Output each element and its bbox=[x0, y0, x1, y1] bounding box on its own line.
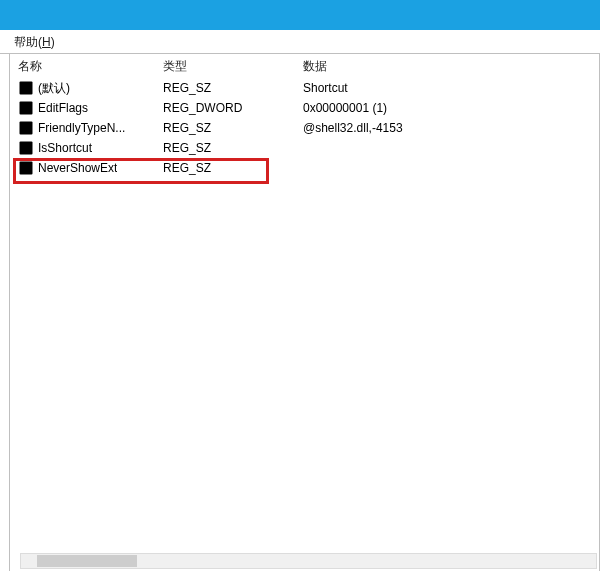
column-headers: 名称 类型 数据 bbox=[10, 54, 599, 78]
scrollbar-thumb[interactable] bbox=[37, 555, 137, 567]
value-name: FriendlyTypeN... bbox=[38, 121, 125, 135]
menu-help-label-pre: 帮助( bbox=[14, 35, 42, 49]
reg-string-icon bbox=[18, 140, 34, 156]
values-pane: 名称 类型 数据 (默认)REG_SZShortcutEditFlagsREG_… bbox=[10, 54, 600, 571]
window-titlebar bbox=[0, 0, 600, 30]
value-type: REG_SZ bbox=[163, 161, 303, 175]
value-row[interactable]: EditFlagsREG_DWORD0x00000001 (1) bbox=[18, 98, 599, 118]
tree-pane[interactable] bbox=[0, 54, 10, 571]
menubar: 帮助(H) bbox=[0, 30, 600, 54]
value-name: (默认) bbox=[38, 80, 70, 97]
value-name: IsShortcut bbox=[38, 141, 92, 155]
reg-binary-icon bbox=[18, 100, 34, 116]
value-data: 0x00000001 (1) bbox=[303, 101, 599, 115]
value-name: NeverShowExt bbox=[38, 161, 117, 175]
value-type: REG_DWORD bbox=[163, 101, 303, 115]
reg-string-icon bbox=[18, 120, 34, 136]
value-row[interactable]: NeverShowExtREG_SZ bbox=[18, 158, 599, 178]
menu-help-label-post: ) bbox=[51, 35, 55, 49]
column-header-name[interactable]: 名称 bbox=[18, 58, 163, 75]
values-list: (默认)REG_SZShortcutEditFlagsREG_DWORD0x00… bbox=[10, 78, 599, 178]
value-type: REG_SZ bbox=[163, 81, 303, 95]
value-name: EditFlags bbox=[38, 101, 88, 115]
value-data: Shortcut bbox=[303, 81, 599, 95]
value-row[interactable]: FriendlyTypeN...REG_SZ@shell32.dll,-4153 bbox=[18, 118, 599, 138]
reg-string-icon bbox=[18, 160, 34, 176]
column-header-data[interactable]: 数据 bbox=[303, 58, 599, 75]
horizontal-scrollbar[interactable] bbox=[20, 553, 597, 569]
menu-help-hotkey: H bbox=[42, 35, 51, 49]
value-row[interactable]: (默认)REG_SZShortcut bbox=[18, 78, 599, 98]
menu-help[interactable]: 帮助(H) bbox=[14, 35, 55, 49]
reg-string-icon bbox=[18, 80, 34, 96]
value-type: REG_SZ bbox=[163, 141, 303, 155]
value-type: REG_SZ bbox=[163, 121, 303, 135]
value-row[interactable]: IsShortcutREG_SZ bbox=[18, 138, 599, 158]
value-data: @shell32.dll,-4153 bbox=[303, 121, 599, 135]
column-header-type[interactable]: 类型 bbox=[163, 58, 303, 75]
